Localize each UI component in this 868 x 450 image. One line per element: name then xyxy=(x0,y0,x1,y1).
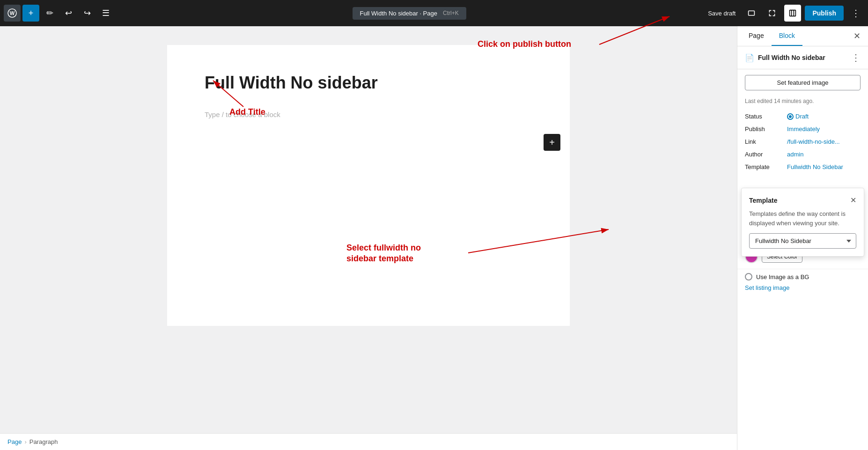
editor-canvas: Type / to choose a block + xyxy=(167,45,570,326)
editor-area: Type / to choose a block + xyxy=(0,26,737,450)
list-view-button[interactable]: ☰ xyxy=(97,5,114,22)
tab-page[interactable]: Page xyxy=(741,26,772,46)
undo-button[interactable]: ↩ xyxy=(60,5,77,22)
status-value[interactable]: Draft xyxy=(787,113,809,120)
set-featured-image-button[interactable]: Set featured image xyxy=(745,75,861,90)
layout-button[interactable] xyxy=(784,5,801,22)
author-row: Author admin xyxy=(737,148,868,161)
link-value[interactable]: /full-width-no-side... xyxy=(787,138,840,145)
sidebar-close-button[interactable]: ✕ xyxy=(849,29,864,44)
template-popup: Template ✕ Templates define the way cont… xyxy=(741,188,864,257)
breadcrumb-separator: › xyxy=(24,438,26,445)
link-label: Link xyxy=(745,138,787,145)
use-image-radio[interactable] xyxy=(745,273,752,280)
publish-row: Publish Immediately xyxy=(737,123,868,135)
save-draft-button[interactable]: Save draft xyxy=(704,7,739,20)
use-image-row: Use Image as a BG xyxy=(737,269,868,284)
inline-add-block-button[interactable]: + xyxy=(544,134,560,151)
set-listing-image-link[interactable]: Set listing image xyxy=(737,284,868,297)
template-value[interactable]: Fullwidth No Sidebar xyxy=(787,163,843,170)
preview-button[interactable] xyxy=(743,5,760,22)
panel-header: 📄 Full Width No sidebar ⋮ xyxy=(737,46,868,69)
topbar: W + ✏ ↩ ↪ ☰ Full Width No sidebar · Page… xyxy=(0,0,868,26)
publish-button[interactable]: Publish xyxy=(805,6,844,21)
draft-icon xyxy=(787,113,794,120)
topbar-left: W + ✏ ↩ ↪ ☰ xyxy=(4,5,114,22)
block-placeholder[interactable]: Type / to choose a block xyxy=(205,107,532,122)
use-image-label: Use Image as a BG xyxy=(756,273,809,280)
svg-rect-3 xyxy=(790,10,796,16)
sidebar-tabs: Page Block ✕ xyxy=(737,26,868,46)
breadcrumb-paragraph: Paragraph xyxy=(29,438,58,445)
author-value[interactable]: admin xyxy=(787,151,803,158)
author-label: Author xyxy=(745,151,787,158)
bottom-bar: Page › Paragraph xyxy=(0,433,737,450)
sidebar: Page Block ✕ 📄 Full Width No sidebar ⋮ S… xyxy=(737,26,868,450)
keyboard-shortcut: Ctrl+K xyxy=(443,10,459,16)
last-edited: Last edited 14 minutes ago. xyxy=(737,96,868,110)
panel-title: Full Width No sidebar xyxy=(758,54,847,61)
svg-rect-2 xyxy=(749,11,755,15)
main-layout: Type / to choose a block + Page Block ✕ … xyxy=(0,26,868,450)
page-icon: 📄 xyxy=(745,53,754,62)
template-label: Template xyxy=(745,163,787,170)
add-block-button[interactable]: + xyxy=(22,5,39,22)
sidebar-content: 📄 Full Width No sidebar ⋮ Set featured i… xyxy=(737,46,868,297)
publish-value[interactable]: Immediately xyxy=(787,125,820,133)
breadcrumb-page[interactable]: Page xyxy=(7,438,22,445)
topbar-right: Save draft Publish ⋮ xyxy=(704,5,864,22)
panel-more-button[interactable]: ⋮ xyxy=(851,52,861,63)
template-popup-title: Template xyxy=(749,197,777,204)
status-label: Status xyxy=(745,113,787,120)
svg-text:W: W xyxy=(10,10,15,16)
template-row: Template Fullwidth No Sidebar xyxy=(737,161,868,173)
wp-logo[interactable]: W xyxy=(4,5,21,22)
publish-label: Publish xyxy=(745,125,787,133)
document-info[interactable]: Full Width No sidebar · Page Ctrl+K xyxy=(353,7,466,20)
template-select[interactable]: Fullwidth No Sidebar Default Template Fu… xyxy=(749,233,856,249)
template-popup-desc: Templates define the way content is disp… xyxy=(749,209,856,228)
document-title: Full Width No sidebar · Page xyxy=(360,10,437,17)
fullscreen-button[interactable] xyxy=(764,5,780,22)
template-popup-close-button[interactable]: ✕ xyxy=(850,196,856,205)
more-options-button[interactable]: ⋮ xyxy=(847,5,864,22)
link-row: Link /full-width-no-side... xyxy=(737,135,868,148)
template-popup-header: Template ✕ xyxy=(749,196,856,205)
status-value-text: Draft xyxy=(795,113,809,120)
topbar-center: Full Width No sidebar · Page Ctrl+K xyxy=(114,7,704,20)
page-title-input[interactable] xyxy=(205,73,532,93)
tab-block[interactable]: Block xyxy=(772,26,802,46)
tools-button[interactable]: ✏ xyxy=(41,5,58,22)
status-row: Status Draft xyxy=(737,110,868,123)
redo-button[interactable]: ↪ xyxy=(79,5,96,22)
